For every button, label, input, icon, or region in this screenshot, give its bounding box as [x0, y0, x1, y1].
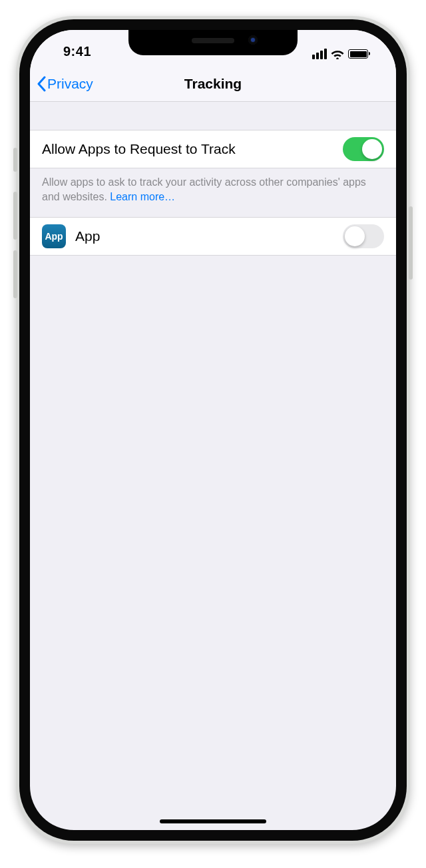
toggle-allow-request-to-track[interactable] [343, 137, 384, 161]
status-time: 9:41 [63, 44, 91, 59]
screen: 9:41 Privacy Tracking Allow A [30, 30, 396, 830]
notch [128, 30, 298, 55]
phone-frame: 9:41 Privacy Tracking Allow A [16, 16, 410, 844]
battery-icon [348, 49, 368, 59]
volume-down-button [13, 250, 17, 298]
front-camera [248, 35, 258, 45]
status-icons [312, 49, 368, 59]
row-allow-request-to-track: Allow Apps to Request to Track [30, 130, 396, 168]
mute-switch [13, 148, 17, 172]
nav-bar: Privacy Tracking [30, 66, 396, 102]
content-area: Allow Apps to Request to Track Allow app… [30, 102, 396, 256]
page-title: Tracking [184, 76, 242, 92]
toggle-app-tracking[interactable] [343, 224, 384, 248]
back-label: Privacy [47, 76, 93, 92]
speaker-grille [192, 38, 234, 43]
home-indicator[interactable] [160, 819, 266, 823]
learn-more-link[interactable]: Learn more… [110, 191, 175, 202]
wifi-icon [331, 49, 344, 59]
app-icon: App [42, 224, 66, 248]
power-button [409, 206, 413, 280]
back-button[interactable]: Privacy [37, 66, 93, 101]
volume-up-button [13, 192, 17, 240]
note-text: Allow apps to ask to track your activity… [42, 176, 366, 202]
signal-icon [312, 49, 327, 59]
phone-bezel: 9:41 Privacy Tracking Allow A [19, 19, 407, 841]
app-name-label: App [75, 228, 100, 244]
section-footer-note: Allow apps to ask to track your activity… [30, 168, 396, 217]
row-label: Allow Apps to Request to Track [42, 141, 236, 157]
chevron-left-icon [37, 76, 46, 92]
row-app-tracking: App App [30, 217, 396, 256]
